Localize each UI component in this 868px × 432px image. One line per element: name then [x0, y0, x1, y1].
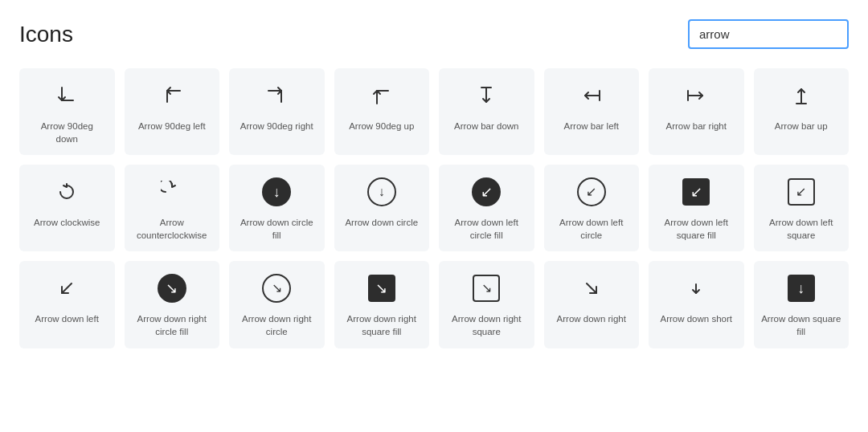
arrow-down-left-icon: [55, 274, 78, 303]
arrow-down-left-label: Arrow down left: [35, 312, 99, 325]
icon-card-arrow-down-left-circle[interactable]: ↙ Arrow down left circle: [544, 165, 640, 251]
arrow-down-right-square-fill-label: Arrow down right square fill: [341, 312, 424, 338]
icon-card-arrow-down-left-square[interactable]: ↙ Arrow down left square: [754, 165, 850, 251]
svg-line-17: [587, 283, 596, 293]
icon-card-arrow-down-right-circle-fill[interactable]: ↘ Arrow down right circle fill: [125, 261, 220, 348]
arrow-bar-down-label: Arrow bar down: [454, 120, 519, 132]
icon-card-arrow-down-right-square[interactable]: ↘ Arrow down right square: [439, 261, 534, 348]
arrow-clockwise-icon: [55, 177, 78, 206]
arrow-bar-up-icon: [790, 81, 813, 110]
arrow-down-short-label: Arrow down short: [661, 312, 732, 325]
arrow-90deg-right-label: Arrow 90deg right: [240, 120, 313, 132]
search-input[interactable]: [688, 19, 849, 49]
icon-card-arrow-down-right-square-fill[interactable]: ↘ Arrow down right square fill: [334, 261, 430, 348]
arrow-90deg-up-icon: [371, 81, 393, 110]
arrow-counterclockwise-label: Arrow counterclockwise: [131, 216, 214, 242]
arrow-down-square-fill-label: Arrow down square fill: [760, 312, 843, 338]
icon-card-arrow-down-right[interactable]: Arrow down right: [544, 261, 640, 348]
arrow-down-left-circle-fill-label: Arrow down left circle fill: [445, 216, 528, 242]
arrow-bar-up-label: Arrow bar up: [775, 120, 828, 132]
icon-card-arrow-down-left-circle-fill[interactable]: ↙ Arrow down left circle fill: [439, 165, 534, 251]
arrow-down-right-circle-fill-icon: ↘: [158, 274, 186, 303]
arrow-bar-left-label: Arrow bar left: [564, 120, 619, 132]
arrow-down-right-square-fill-icon: ↘: [368, 274, 395, 303]
icon-card-arrow-down-left-square-fill[interactable]: ↙ Arrow down left square fill: [649, 165, 744, 251]
icon-card-arrow-90deg-right[interactable]: Arrow 90deg right: [229, 68, 325, 155]
arrow-down-right-label: Arrow down right: [557, 312, 626, 325]
icon-card-arrow-down-circle-fill[interactable]: ↓ Arrow down circle fill: [229, 165, 325, 251]
arrow-down-right-circle-label: Arrow down right circle: [235, 312, 318, 338]
icon-card-arrow-clockwise[interactable]: Arrow clockwise: [19, 165, 115, 251]
icon-card-arrow-bar-up[interactable]: Arrow bar up: [754, 68, 850, 155]
arrow-down-circle-label: Arrow down circle: [345, 216, 418, 229]
icon-card-arrow-counterclockwise[interactable]: Arrow counterclockwise: [125, 165, 220, 251]
icon-card-arrow-bar-left[interactable]: Arrow bar left: [544, 68, 640, 155]
icons-grid: Arrow 90degdown Arrow 90deg left Arrow 9…: [19, 68, 849, 348]
arrow-bar-right-label: Arrow bar right: [666, 120, 727, 132]
svg-line-16: [62, 283, 72, 293]
arrow-down-short-icon: [685, 274, 707, 303]
arrow-down-circle-fill-icon: ↓: [262, 177, 291, 206]
arrow-down-left-square-icon: ↙: [788, 177, 815, 206]
icon-card-arrow-down-left[interactable]: Arrow down left: [19, 261, 115, 348]
arrow-down-left-square-fill-label: Arrow down left square fill: [655, 216, 738, 242]
arrow-bar-down-icon: [475, 81, 497, 110]
arrow-down-right-square-icon: ↘: [473, 274, 500, 303]
arrow-down-right-circle-icon: ↘: [262, 274, 291, 303]
arrow-down-left-circle-label: Arrow down left circle: [551, 216, 633, 242]
icon-card-arrow-90deg-up[interactable]: Arrow 90deg up: [334, 68, 430, 155]
arrow-down-left-circle-icon: ↙: [577, 177, 606, 206]
arrow-90deg-down-icon: [55, 81, 78, 110]
page-header: Icons: [19, 19, 849, 49]
arrow-counterclockwise-icon: [161, 177, 183, 206]
arrow-down-left-square-fill-icon: ↙: [682, 177, 710, 206]
icon-card-arrow-down-square-fill[interactable]: ↓ Arrow down square fill: [754, 261, 850, 348]
arrow-down-right-circle-fill-label: Arrow down right circle fill: [131, 312, 214, 338]
arrow-90deg-left-label: Arrow 90deg left: [138, 120, 206, 132]
arrow-90deg-down-label: Arrow 90degdown: [41, 120, 93, 145]
arrow-bar-right-icon: [685, 81, 707, 110]
arrow-90deg-up-label: Arrow 90deg up: [349, 120, 414, 132]
page-title: Icons: [19, 22, 73, 47]
arrow-90deg-left-icon: [161, 81, 183, 110]
icon-card-arrow-bar-right[interactable]: Arrow bar right: [649, 68, 744, 155]
arrow-down-right-icon: [580, 274, 603, 303]
icon-card-arrow-down-short[interactable]: Arrow down short: [649, 261, 744, 348]
arrow-down-left-circle-fill-icon: ↙: [472, 177, 501, 206]
icon-card-arrow-down-circle[interactable]: ↓ Arrow down circle: [334, 165, 430, 251]
arrow-down-left-square-label: Arrow down left square: [760, 216, 843, 242]
arrow-down-circle-icon: ↓: [367, 177, 396, 206]
icon-card-arrow-90deg-left[interactable]: Arrow 90deg left: [125, 68, 220, 155]
icon-card-arrow-90deg-down[interactable]: Arrow 90degdown: [19, 68, 115, 155]
icon-card-arrow-bar-down[interactable]: Arrow bar down: [439, 68, 534, 155]
arrow-clockwise-label: Arrow clockwise: [34, 216, 100, 229]
arrow-down-circle-fill-label: Arrow down circle fill: [235, 216, 318, 242]
arrow-down-square-fill-icon: ↓: [788, 274, 815, 303]
icon-card-arrow-down-right-circle[interactable]: ↘ Arrow down right circle: [229, 261, 325, 348]
arrow-down-right-square-label: Arrow down right square: [445, 312, 528, 338]
arrow-bar-left-icon: [580, 81, 603, 110]
arrow-90deg-right-icon: [265, 81, 288, 110]
